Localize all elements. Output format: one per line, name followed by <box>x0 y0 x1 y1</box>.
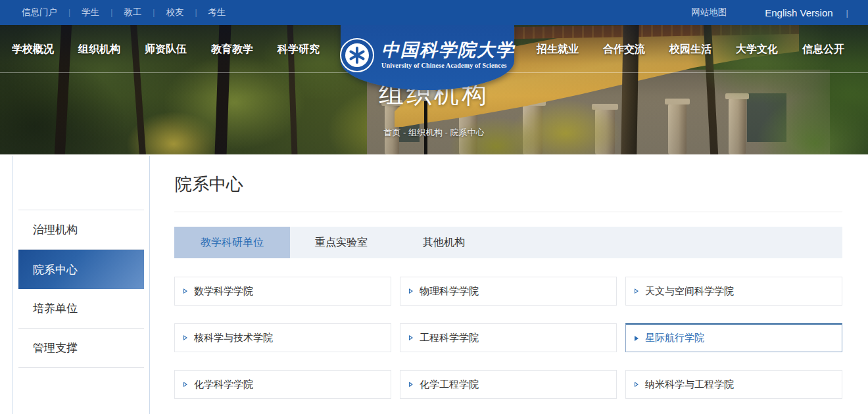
triangle-bullet-icon <box>409 335 413 340</box>
nav-link[interactable]: 教育教学 <box>211 43 253 57</box>
topbar-link[interactable]: 网站地图 <box>691 7 727 18</box>
nav-left-group: 学校概况组织机构师资队伍教育教学科学研究 <box>12 43 320 57</box>
sidebar-item[interactable]: 管理支撑 <box>18 329 144 368</box>
top-utility-bar: 信息门户学生教工校友考生 网站地图English Version <box>0 0 868 25</box>
logo-english-name: University of Chinese Academy of Science… <box>381 62 515 69</box>
nav-link[interactable]: 大学文化 <box>736 43 778 57</box>
tab-bar: 教学科研单位重点实验室其他机构 <box>174 227 842 258</box>
department-grid: 数学科学学院 物理科学学院 天文与空间科学学院 核科学与技术学院 工程科学学院 … <box>174 277 842 399</box>
triangle-bullet-icon <box>635 382 639 387</box>
university-emblem-icon <box>340 38 374 72</box>
department-link[interactable]: 工程科学学院 <box>400 323 617 352</box>
nav-link[interactable]: 校园生活 <box>669 43 711 57</box>
triangle-bullet-icon <box>183 288 187 294</box>
department-link[interactable]: 核科学与技术学院 <box>174 323 391 352</box>
department-link[interactable]: 化学工程学院 <box>400 370 617 399</box>
department-link[interactable]: 天文与空间科学学院 <box>625 277 842 306</box>
sidebar-item[interactable]: 治理机构 <box>18 210 144 250</box>
department-link[interactable]: 星际航行学院 <box>625 323 842 352</box>
page-title: 院系中心 <box>175 173 243 196</box>
content-area: 治理机构院系中心培养单位管理支撑 院系中心 教学科研单位重点实验室其他机构 数学… <box>0 154 868 414</box>
logo-chinese-name: 中国科学院大学 <box>381 41 515 59</box>
sidebar-item[interactable]: 培养单位 <box>18 289 144 329</box>
sidebar-menu: 治理机构院系中心培养单位管理支撑 <box>18 210 144 368</box>
breadcrumb[interactable]: 首页 - 组织机构 - 院系中心 <box>0 127 868 139</box>
nav-link[interactable]: 招生就业 <box>537 43 579 57</box>
triangle-bullet-icon <box>183 382 187 387</box>
topbar-link[interactable]: 信息门户 <box>22 7 82 18</box>
department-link[interactable]: 纳米科学与工程学院 <box>625 370 842 399</box>
left-border-line <box>12 156 12 414</box>
triangle-bullet-icon <box>635 288 639 294</box>
triangle-bullet-icon <box>183 335 187 340</box>
department-label: 化学科学学院 <box>194 379 253 391</box>
department-link[interactable]: 化学科学学院 <box>174 370 391 399</box>
nav-link[interactable]: 合作交流 <box>603 43 645 57</box>
nav-link[interactable]: 师资队伍 <box>145 43 187 57</box>
nav-right-group: 招生就业合作交流校园生活大学文化信息公开 <box>537 43 844 57</box>
triangle-bullet-icon <box>409 382 413 387</box>
tab[interactable]: 重点实验室 <box>290 227 393 258</box>
logo-text: 中国科学院大学 University of Chinese Academy of… <box>381 41 515 69</box>
department-link[interactable]: 物理科学学院 <box>400 277 617 306</box>
university-logo[interactable]: 中国科学院大学 University of Chinese Academy of… <box>341 25 514 90</box>
department-label: 工程科学学院 <box>420 332 479 344</box>
hero-banner: 学校概况组织机构师资队伍教育教学科学研究 招生就业合作交流校园生活大学文化信息公… <box>0 25 868 154</box>
main-panel: 院系中心 教学科研单位重点实验室其他机构 数学科学学院 物理科学学院 天文与空间… <box>174 154 842 414</box>
topbar-link[interactable]: 考生 <box>208 7 226 18</box>
emblem-flower-icon <box>345 43 369 67</box>
department-label: 化学工程学院 <box>420 379 479 391</box>
department-link[interactable]: 数学科学学院 <box>174 277 391 306</box>
topbar-right-links: 网站地图English Version <box>653 7 848 18</box>
tab[interactable]: 教学科研单位 <box>174 227 290 258</box>
tab[interactable]: 其他机构 <box>393 227 495 258</box>
department-label: 纳米科学与工程学院 <box>645 379 734 391</box>
topbar-link[interactable]: 校友 <box>166 7 208 18</box>
topbar-link[interactable]: 学生 <box>82 7 124 18</box>
topbar-links: 信息门户学生教工校友考生 <box>22 7 226 18</box>
nav-link[interactable]: 科学研究 <box>277 43 320 57</box>
department-label: 天文与空间科学学院 <box>645 285 734 298</box>
department-label: 星际航行学院 <box>645 332 704 344</box>
nav-link[interactable]: 信息公开 <box>802 43 844 57</box>
triangle-bullet-icon <box>635 336 639 341</box>
nav-link[interactable]: 学校概况 <box>12 43 54 57</box>
nav-link[interactable]: 组织机构 <box>78 43 120 57</box>
department-label: 数学科学学院 <box>194 285 253 298</box>
title-divider <box>174 212 842 212</box>
department-label: 物理科学学院 <box>420 285 479 298</box>
triangle-bullet-icon <box>409 288 413 294</box>
sidebar-divider-line <box>149 156 150 414</box>
department-label: 核科学与技术学院 <box>194 332 273 344</box>
topbar-link[interactable]: 教工 <box>124 7 166 18</box>
topbar-link[interactable]: English Version <box>765 7 832 18</box>
sidebar-item[interactable]: 院系中心 <box>18 250 144 289</box>
